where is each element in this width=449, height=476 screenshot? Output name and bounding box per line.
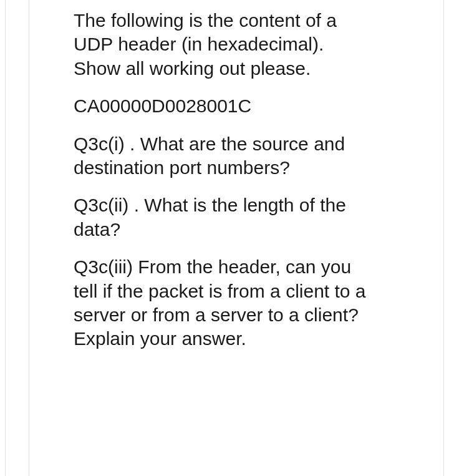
question-3c-iii: Q3c(iii) From the header, can you tell i… [74,255,368,351]
margin-rule-left-outer [5,0,6,476]
question-3c-i: Q3c(i) . What are the source and destina… [74,132,368,180]
question-3c-ii: Q3c(ii) . What is the length of the data… [74,193,368,241]
hex-value: CA00000D0028001C [74,94,368,118]
question-body: The following is the content of a UDP he… [74,9,368,351]
intro-paragraph: The following is the content of a UDP he… [74,9,368,80]
margin-rule-right [443,0,444,476]
document-page: The following is the content of a UDP he… [0,0,449,476]
margin-rule-left-inner [29,0,29,476]
